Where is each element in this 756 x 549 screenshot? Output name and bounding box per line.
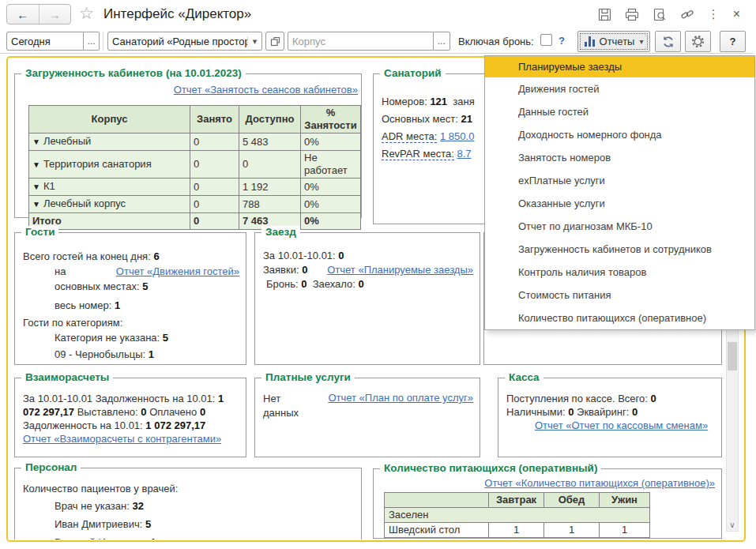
close-icon[interactable]: × [733,7,740,21]
table-row: Шведский стол 1 1 1 [385,523,650,538]
more-menu-icon[interactable]: ⋮ [708,7,720,21]
panel-meals-title: Количество питающихся (оперативный) [380,462,601,474]
settlements-text: За 10.01-10.01 Задолженность на 10.01: 1… [15,378,246,446]
panel-sanatorium-title: Санаторий [380,67,446,79]
guests-categories-header: Гости по категориям: [23,315,239,330]
table-row[interactable]: ▼Лечебный корпус 0 788 0% [29,196,361,213]
sanatorium-open-button[interactable] [265,32,284,51]
panel-paid-services: Платные услуги Нет данных Отчет «План по… [254,378,480,457]
table-row[interactable]: ▼Лечебный 0 5 483 0% [29,133,361,151]
table-total-row: Итого 0 7 463 0% [29,213,361,230]
scrollbar-thumb[interactable] [728,342,737,370]
table-row[interactable]: ▼Территория санатория 0 0 Не работает [29,151,361,179]
cash-report-link[interactable]: Отчет «Отчет по кассовым сменам» [535,419,708,431]
table-group-row[interactable]: Заселен [385,508,650,523]
help-button[interactable]: ? [720,31,746,52]
bar-chart-icon [585,36,595,47]
menu-item[interactable]: Занятость номеров [485,146,754,169]
menu-item[interactable]: exПлатные услуги [485,169,754,192]
panel-personnel: Персонал Количество пациентов у врачей: … [14,468,362,540]
sanatorium-select[interactable]: Санаторий «Родные простор ▾ [107,32,262,51]
personnel-row: Врач не указан: 32 [23,500,355,513]
guests-category: Категория не указана: 5 [23,330,239,345]
link-icon[interactable] [680,8,694,21]
col-header: Доступно [239,106,301,133]
refresh-button[interactable] [655,31,681,52]
panel-personnel-title: Персонал [21,461,81,473]
preview-icon[interactable] [653,8,667,21]
menu-item[interactable]: Данные гостей [485,100,754,123]
forward-button[interactable]: → [39,5,71,24]
sanatorium-value: Санаторий «Родные простор [108,36,247,47]
revpar-label[interactable]: RevPAR места: [382,148,454,160]
adr-value-link[interactable]: 1 850.0 [440,130,474,142]
revpar-value-link[interactable]: 8.7 [457,148,471,160]
include-booking-checkbox[interactable] [540,34,552,46]
guests-category: 09 - Чернобыльцы: 1 [23,347,239,362]
cash-methods: Наличными: 0 Эквайринг: 0 [506,405,715,419]
panel-cabinets-title: Загруженность кабинетов (на 10.01.2023) [21,67,246,79]
panel-arrival-title: Заезд [261,226,300,238]
period-input[interactable] [6,32,84,51]
favorite-star-icon[interactable]: ☆ [79,4,94,23]
menu-item[interactable]: Оказанные услуги [485,192,754,215]
meals-table: Завтрак Обед Ужин Заселен Шведский стол … [384,492,650,538]
title-bar: ← → ☆ Интерфейс «Директор» ⋮ × [0,0,753,28]
korpus-field: ... [288,32,450,51]
cabinets-report-link[interactable]: Отчет «Занятость сеансов кабинетов» [174,84,358,96]
toolbar-separator [103,32,103,50]
guests-report-link[interactable]: Отчет «Движения гостей» [116,264,239,279]
table-row[interactable]: ▼К1 0 1 192 0% [29,179,361,196]
settings-button[interactable] [685,31,711,52]
panel-paid-services-title: Платные услуги [261,371,355,383]
period-field: ... [6,32,100,51]
panel-settlements: Взаиморасчеты За 10.01-10.01 Задолженнос… [14,378,246,457]
personnel-row: Василий Иванович: 1 [23,536,355,540]
paid-no-data: Нет данных [263,392,309,420]
arrival-report-link[interactable]: Отчет «Планируемые заезды» [327,263,473,277]
scroll-down-icon[interactable]: ∨ [727,521,738,529]
chevron-down-icon[interactable]: ▾ [247,36,261,47]
guests-main-seats: основных местах: 5 [23,279,239,294]
arrival-booking: Бронь: 0 Заехало: 0 [263,277,473,291]
menu-item[interactable]: Доходность номерного фонда [485,123,754,146]
save-icon[interactable] [598,8,611,21]
expand-triangle-icon[interactable]: ▼ [32,200,40,209]
toolbar: ... Санаторий «Родные простор ▾ ... Вклю… [0,28,753,54]
menu-item[interactable]: Количество питающихся (оперативное) [485,306,754,329]
col-header: Корпус [29,106,190,133]
panel-cashdesk-title: Касса [505,371,543,383]
include-booking-help[interactable]: ? [559,35,565,47]
page-title: Интерфейс «Директор» [103,6,251,22]
menu-item[interactable]: Загруженность кабинетов и сотрудников [485,238,754,261]
adr-label[interactable]: ADR места: [382,130,437,143]
reports-dropdown-menu: Планируемые заезды Движения гостей Данны… [484,55,755,330]
menu-item[interactable]: Стоимость питания [485,284,754,306]
panel-arrival: Заезд За 10.01-10.01: 0 Заявки: 0Отчет «… [254,232,480,365]
personnel-row: Иван Дмитриевич: 5 [23,518,355,531]
korpus-input[interactable] [288,32,434,51]
menu-item[interactable]: Отчет по диагнозам МКБ-10 [485,215,754,238]
paid-report-link[interactable]: Отчет «План по оплате услуг» [328,392,473,404]
menu-item[interactable]: Контроль наличия товаров [485,261,754,284]
panel-guests-title: Гости [21,226,58,238]
cabinets-table: Корпус Занято Доступно % Занятости ▼Лече… [28,105,361,230]
reports-button-label: Отчеты [600,36,635,47]
menu-item[interactable]: Движения гостей [485,77,754,100]
col-header: Ужин [600,493,650,508]
expand-triangle-icon[interactable]: ▼ [32,160,40,169]
panel-meals: Количество питающихся (оперативный) Отче… [373,468,722,539]
col-header: % Занятости [301,106,361,133]
period-more-button[interactable]: ... [84,32,100,51]
settlements-report-link[interactable]: Отчет «Взаиморасчеты с контрагентами» [23,433,221,445]
meals-report-link[interactable]: Отчет «Количество питающихся (оперативно… [484,477,715,489]
expand-triangle-icon[interactable]: ▼ [32,182,40,191]
col-header: Занято [190,106,239,133]
back-button[interactable]: ← [7,5,39,24]
expand-triangle-icon[interactable]: ▼ [32,137,40,146]
print-icon[interactable] [625,8,639,21]
reports-button[interactable]: Отчеты ▾ [577,31,650,52]
korpus-more-button[interactable]: ... [434,32,450,51]
menu-item[interactable]: Планируемые заезды [485,56,754,77]
include-booking-label: Включая бронь: [458,36,534,47]
